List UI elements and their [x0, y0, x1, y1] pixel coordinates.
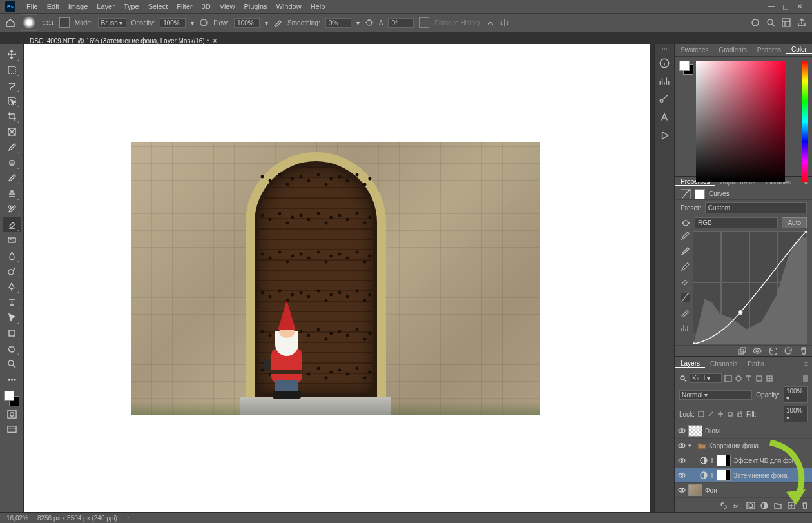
dodge-tool[interactable] [3, 263, 21, 279]
menu-view[interactable]: View [215, 1, 240, 12]
tab-swatches[interactable]: Swatches [675, 46, 713, 54]
curves-graph[interactable] [693, 231, 807, 333]
type-tool[interactable] [3, 294, 21, 310]
filter-kind-select[interactable]: Kind ▾ [690, 373, 722, 383]
hue-slider[interactable] [802, 61, 808, 182]
blur-tool[interactable] [3, 248, 21, 263]
gradient-tool[interactable] [3, 232, 21, 248]
visibility-icon[interactable] [678, 457, 686, 464]
histogram-icon[interactable] [659, 75, 670, 87]
status-caret[interactable]: 〉 [126, 513, 133, 522]
layer-row[interactable]: Затемнение фона [675, 468, 812, 483]
sampler-black-icon[interactable] [681, 262, 690, 271]
move-tool[interactable] [3, 46, 21, 62]
crop-tool[interactable] [3, 108, 21, 124]
mask-thumb[interactable] [717, 469, 731, 481]
menu-select[interactable]: Select [144, 1, 173, 12]
sampler-white-icon[interactable] [681, 231, 690, 240]
pen-tool[interactable] [3, 279, 21, 294]
opacity-input[interactable]: 100% [160, 18, 186, 28]
tab-gradients[interactable]: Gradients [713, 46, 751, 54]
airbrush-icon[interactable] [273, 18, 282, 27]
object-select-tool[interactable] [3, 93, 21, 108]
link-icon[interactable] [710, 472, 714, 479]
layer-name[interactable]: Фон [705, 487, 809, 494]
brush-panel-icon[interactable] [59, 17, 70, 28]
filter-pixel-icon[interactable] [724, 375, 732, 382]
menu-layer[interactable]: Layer [92, 1, 119, 12]
filter-search-icon[interactable] [679, 375, 687, 382]
zoom-tool[interactable] [3, 356, 21, 371]
tab-layers[interactable]: Layers [675, 360, 705, 368]
shape-tool[interactable] [3, 325, 21, 340]
layer-name[interactable]: Коррекции фона [709, 442, 809, 449]
menu-help[interactable]: Help [306, 1, 330, 12]
search-icon[interactable] [766, 17, 776, 28]
frame-tool[interactable] [3, 124, 21, 139]
history-brush-tool[interactable] [3, 201, 21, 217]
link-icon[interactable] [710, 457, 714, 464]
window-minimize[interactable]: — [764, 2, 778, 11]
menu-window[interactable]: Window [272, 1, 306, 12]
share-icon[interactable] [797, 17, 807, 28]
layer-opacity-input[interactable]: 100% ▾ [784, 386, 808, 403]
pressure-opacity-icon[interactable] [199, 18, 208, 27]
path-select-tool[interactable] [3, 310, 21, 325]
brushes-icon[interactable] [659, 94, 670, 105]
layer-name[interactable]: Эффект ЧБ для фона [733, 457, 809, 464]
layer-row[interactable]: Эффект ЧБ для фона [675, 453, 812, 468]
window-maximize[interactable]: ◻ [778, 2, 793, 11]
mode-select[interactable]: Brush ▾ [98, 18, 126, 28]
mask-thumb[interactable] [717, 455, 731, 466]
status-zoom[interactable]: 16,02% [6, 515, 28, 522]
panel-menu-icon[interactable]: ≡ [800, 360, 812, 368]
menu-file[interactable]: File [22, 1, 43, 12]
channel-select[interactable]: RGB [695, 217, 778, 228]
layer-row[interactable]: Фон [675, 483, 812, 498]
character-icon[interactable] [659, 112, 670, 123]
angle-preview[interactable] [419, 17, 429, 28]
healing-tool[interactable] [3, 155, 21, 170]
status-dimensions[interactable]: 8256 px x 5504 px (240 ppi) [37, 515, 117, 522]
tab-channels[interactable]: Channels [705, 360, 742, 368]
smoothing-input[interactable]: 0% [325, 18, 351, 28]
brush-tool[interactable] [3, 170, 21, 186]
lock-trans-icon[interactable] [698, 411, 704, 417]
workspace-icon[interactable] [781, 17, 791, 28]
visibility-icon[interactable] [678, 442, 686, 449]
visibility-icon[interactable] [678, 471, 686, 479]
blend-mode-select[interactable]: Normal ▾ [679, 390, 752, 400]
layer-name[interactable]: Гном [705, 428, 809, 435]
link-layers-icon[interactable] [719, 501, 728, 510]
eyedropper-tool[interactable] [3, 139, 21, 155]
eraser-tool[interactable] [3, 217, 21, 232]
stamp-tool[interactable] [3, 186, 21, 201]
home-icon[interactable] [5, 17, 15, 28]
filter-adjust-icon[interactable] [735, 375, 742, 382]
delete-layer-icon[interactable] [800, 501, 809, 510]
color-field[interactable] [696, 61, 785, 182]
layer-style-icon[interactable]: fx [733, 501, 742, 510]
tab-color[interactable]: Color [786, 46, 812, 54]
target-adjust-icon[interactable] [681, 218, 691, 228]
tab-patterns[interactable]: Patterns [752, 46, 786, 54]
clip-layer-icon[interactable] [737, 346, 746, 355]
menu-image[interactable]: Image [64, 1, 93, 12]
layer-mask-icon[interactable] [746, 501, 755, 510]
delete-adjust-icon[interactable] [799, 346, 808, 355]
visibility-icon[interactable] [678, 427, 686, 435]
fg-bg-swatch[interactable] [679, 61, 693, 75]
edit-points-icon[interactable] [681, 277, 690, 286]
prev-state-icon[interactable] [768, 346, 777, 355]
window-close[interactable]: ✕ [793, 2, 807, 11]
toggle-visibility-icon[interactable] [753, 346, 762, 355]
lasso-tool[interactable] [3, 77, 21, 93]
filter-smart-icon[interactable] [766, 375, 773, 382]
filter-shape-icon[interactable] [755, 375, 763, 382]
pencil-mode-icon[interactable] [681, 308, 690, 317]
auto-button[interactable]: Auto [782, 217, 807, 228]
filter-type-icon[interactable] [745, 375, 753, 382]
layer-thumb[interactable] [688, 484, 702, 496]
symmetry-icon[interactable] [500, 18, 509, 27]
curve-mode-icon[interactable] [681, 293, 690, 302]
